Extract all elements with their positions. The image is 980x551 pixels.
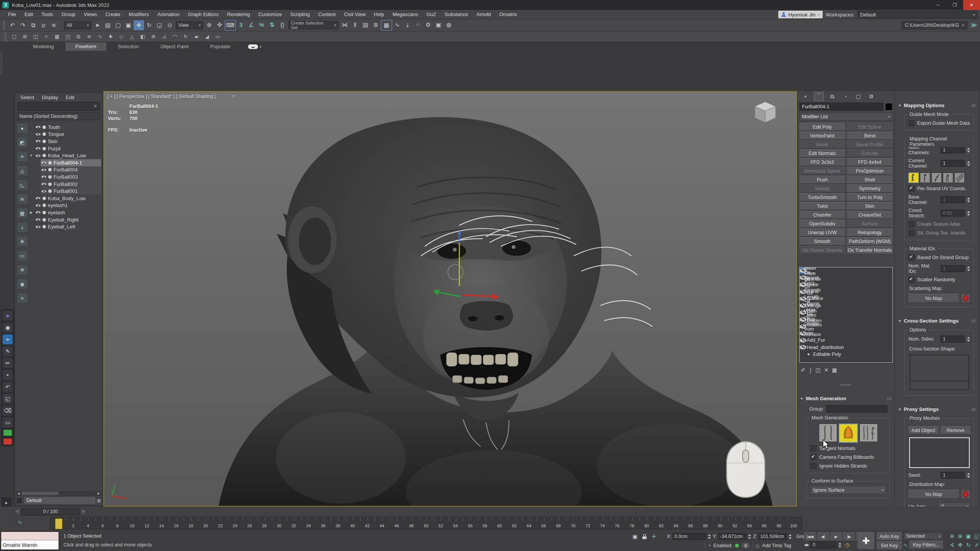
scene-object-row[interactable]: FurBall002 bbox=[29, 181, 101, 188]
selection-filter-dropdown[interactable]: All▾ bbox=[64, 21, 91, 29]
conform-to-surface-dropdown[interactable]: Ignore Surface▾ bbox=[810, 486, 886, 494]
time-configuration-icon[interactable]: ◷ bbox=[845, 542, 849, 548]
select-and-link-icon[interactable]: ⧉ bbox=[28, 20, 38, 30]
menu-item[interactable]: Arnold bbox=[472, 10, 495, 19]
visibility-eye-icon[interactable] bbox=[36, 139, 41, 143]
annotate-cursor-icon[interactable]: ➣ bbox=[3, 334, 13, 344]
scroll-right-icon[interactable]: ▶ bbox=[96, 492, 101, 495]
num-channels-field[interactable]: 1 bbox=[941, 147, 965, 153]
selectable-dot-icon[interactable] bbox=[42, 218, 46, 222]
modifier-button[interactable]: Edit Poly bbox=[799, 123, 845, 131]
menu-item[interactable]: Content bbox=[314, 10, 340, 19]
menu-item[interactable]: Help bbox=[370, 10, 389, 19]
selection-lock-icon[interactable] bbox=[642, 534, 647, 540]
menu-item[interactable]: Group bbox=[57, 10, 80, 19]
modifier-button[interactable]: Chamfer bbox=[799, 211, 845, 219]
isolate-selection-icon[interactable]: ▣ bbox=[632, 533, 637, 540]
scene-object-row[interactable]: Tooth bbox=[29, 124, 101, 131]
explorer-search-input[interactable]: ✕ bbox=[17, 102, 100, 111]
menu-item[interactable]: Ornatrix bbox=[495, 10, 521, 19]
rendered-frame-window-icon[interactable]: ▣ bbox=[433, 20, 444, 30]
time-tag-cube-icon[interactable]: ◇ bbox=[756, 543, 760, 549]
visibility-eye-icon[interactable] bbox=[41, 174, 46, 179]
selectable-dot-icon[interactable] bbox=[42, 140, 46, 143]
modifier-button[interactable]: Ox Rotate Strands bbox=[799, 246, 845, 254]
modifier-button[interactable]: Bevel Profile bbox=[847, 140, 893, 148]
show-end-result-icon[interactable]: ⌡ bbox=[809, 367, 812, 373]
ribbon-tab[interactable]: Modeling bbox=[23, 42, 64, 51]
ribbon-tool-icon[interactable]: △ bbox=[127, 33, 137, 41]
make-unique-icon[interactable]: ◫ bbox=[815, 367, 820, 373]
curve-editor-icon[interactable]: ∿ bbox=[392, 20, 402, 30]
scrollbar-thumb[interactable] bbox=[22, 492, 59, 495]
modifier-button[interactable]: Unwrap UVW bbox=[799, 228, 845, 236]
view-cube[interactable] bbox=[752, 99, 779, 126]
visibility-eye-icon[interactable] bbox=[36, 225, 41, 229]
display-bones-icon[interactable]: ✜ bbox=[17, 236, 28, 247]
scattering-map-clear-icon[interactable] bbox=[961, 293, 970, 303]
scene-object-row[interactable]: ▶ eyelash bbox=[29, 209, 101, 216]
select-object-icon[interactable]: ➤ bbox=[92, 20, 103, 30]
set-key-button[interactable]: Set Key bbox=[877, 541, 902, 550]
scene-object-row[interactable]: Koba_Body_Low bbox=[29, 195, 101, 202]
scene-object-row[interactable]: Purpil bbox=[29, 145, 101, 152]
modifier-button[interactable]: ProOptimizer bbox=[847, 167, 893, 175]
redo-icon[interactable]: ↷ bbox=[18, 20, 28, 30]
modifier-button[interactable]: Sweep bbox=[799, 184, 845, 192]
listener-macro-line[interactable] bbox=[1, 532, 59, 540]
scatter-randomly-checkbox[interactable]: Scatter Randomly bbox=[908, 277, 970, 283]
modifier-button[interactable]: Skin bbox=[847, 202, 893, 210]
spinner-arrows[interactable] bbox=[966, 147, 970, 153]
ribbon-tab[interactable]: Freeform bbox=[65, 42, 106, 51]
viewport-filter-icon[interactable] bbox=[231, 95, 236, 98]
selectable-dot-icon[interactable] bbox=[42, 132, 46, 136]
modifier-list-dropdown[interactable]: Modifier List▾ bbox=[799, 112, 893, 121]
up-axis-dropdown[interactable]: Z▾ bbox=[938, 502, 970, 507]
modifier-button[interactable]: OpenSubdiv bbox=[799, 220, 845, 228]
zoom-extents-all-icon[interactable]: ◱ bbox=[973, 532, 980, 540]
ribbon-tool-icon[interactable]: ◳ bbox=[63, 33, 72, 41]
spinner-arrows[interactable] bbox=[966, 160, 970, 167]
window-crossing-icon[interactable]: ▣ bbox=[123, 20, 134, 30]
zoom-all-icon[interactable]: ⊞ bbox=[957, 532, 964, 540]
display-shapes-icon[interactable]: ◩ bbox=[17, 137, 28, 148]
visibility-eye-icon[interactable] bbox=[36, 125, 41, 129]
visibility-eye-icon[interactable] bbox=[36, 146, 41, 151]
percent-snap-icon[interactable]: % bbox=[256, 20, 267, 30]
ignore-hidden-strands-checkbox[interactable]: Ignore Hidden Strands bbox=[810, 463, 886, 469]
perspective-viewport[interactable]: [ + ] [ Perspective ] [ Standard* ] [ De… bbox=[103, 91, 797, 507]
display-cameras-icon[interactable]: ◬ bbox=[17, 165, 28, 176]
select-by-name-icon[interactable]: ▤ bbox=[103, 20, 113, 30]
num-sides-field[interactable]: 1 bbox=[941, 336, 965, 342]
ribbon-tool-icon[interactable]: ◇ bbox=[117, 33, 126, 41]
spinner-arrows[interactable] bbox=[748, 533, 752, 540]
rollout-header[interactable]: ▼ Proxy Settings bbox=[897, 406, 977, 413]
distribution-map-clear-icon[interactable] bbox=[961, 489, 970, 499]
command-tab-motion-icon[interactable]: ◔ bbox=[841, 92, 850, 101]
spinner-arrows[interactable] bbox=[788, 533, 792, 540]
layer-list-icon[interactable]: ≣ bbox=[97, 498, 101, 504]
undo-icon[interactable]: ↶ bbox=[7, 20, 18, 30]
selectable-dot-icon[interactable] bbox=[48, 161, 52, 165]
modifier-stack-row[interactable]: ▶ etc bbox=[800, 330, 806, 337]
mesh-mode-proxy-button[interactable] bbox=[859, 424, 878, 442]
based-on-strand-group-checkbox[interactable]: Based On Strand Group bbox=[908, 254, 970, 261]
selectable-dot-icon[interactable] bbox=[42, 225, 46, 228]
selectable-dot-icon[interactable] bbox=[48, 168, 52, 171]
viewport-label[interactable]: [ + ] [ Perspective ] [ Standard* ] [ De… bbox=[107, 94, 216, 99]
menu-item[interactable]: Customize bbox=[254, 10, 286, 19]
mirror-icon[interactable]: ⋈ bbox=[340, 20, 350, 30]
named-selection-set-field[interactable]: Create Selection Set▾ bbox=[288, 21, 339, 29]
use-pivot-point-center-icon[interactable]: ⊕ bbox=[204, 20, 214, 30]
select-and-scale-icon[interactable]: ◲ bbox=[154, 20, 165, 30]
uv-mode-4-button[interactable] bbox=[943, 173, 953, 183]
spinner-arrows[interactable] bbox=[838, 542, 842, 548]
expand-arrow-icon[interactable]: ▼ bbox=[29, 154, 33, 157]
modifier-button[interactable]: Edit Normals bbox=[799, 149, 845, 157]
z-coordinate-field[interactable]: 101.539cm bbox=[758, 533, 787, 540]
annotate-dot-icon[interactable]: • bbox=[3, 370, 13, 380]
toggle-ribbon-icon[interactable]: ▦ bbox=[381, 20, 392, 31]
display-helpers-icon[interactable]: ◺ bbox=[17, 179, 28, 190]
proxy-mesh-list[interactable] bbox=[909, 437, 970, 468]
menu-item[interactable]: Megascans bbox=[389, 10, 422, 19]
